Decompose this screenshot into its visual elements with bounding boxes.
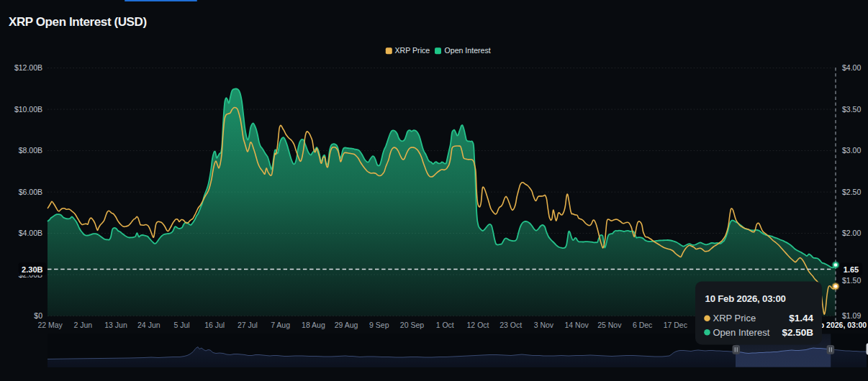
svg-text:$0: $0 [34, 311, 42, 320]
svg-text:27 Jul: 27 Jul [238, 321, 258, 329]
svg-text:$2.00: $2.00 [842, 229, 861, 237]
svg-text:1 Oct: 1 Oct [436, 321, 454, 329]
svg-text:23 Oct: 23 Oct [499, 321, 522, 329]
svg-text:$10.00B: $10.00B [14, 105, 42, 114]
svg-text:2.30B: 2.30B [22, 265, 42, 274]
svg-text:1.65: 1.65 [844, 265, 859, 274]
svg-text:10 Feb 2026, 03:00: 10 Feb 2026, 03:00 [705, 293, 786, 304]
svg-text:29 Aug: 29 Aug [335, 321, 358, 329]
svg-text:$12.00B: $12.00B [14, 63, 42, 72]
svg-text:22 May: 22 May [37, 321, 63, 329]
svg-text:13 Jun: 13 Jun [104, 321, 127, 329]
svg-text:XRP Price: XRP Price [713, 313, 756, 323]
svg-text:5 Jul: 5 Jul [173, 321, 189, 329]
svg-text:$2.50B: $2.50B [782, 327, 813, 338]
svg-text:$3.50: $3.50 [842, 105, 861, 114]
svg-text:$8.00B: $8.00B [19, 146, 42, 155]
svg-text:XRP Price: XRP Price [395, 46, 430, 55]
svg-text:9 Sep: 9 Sep [369, 321, 389, 329]
svg-text:Open Interest: Open Interest [713, 327, 770, 338]
svg-text:16 Jul: 16 Jul [204, 321, 225, 329]
svg-text:$3.00: $3.00 [842, 146, 861, 155]
svg-text:20 Sep: 20 Sep [400, 321, 424, 329]
svg-text:XRP Open Interest (USD): XRP Open Interest (USD) [9, 15, 147, 29]
svg-text:Open Interest: Open Interest [445, 46, 491, 55]
svg-text:$2.50: $2.50 [842, 188, 861, 196]
svg-text:18 Aug: 18 Aug [302, 321, 325, 329]
svg-text:12 Oct: 12 Oct [467, 321, 489, 329]
svg-text:$4.00: $4.00 [842, 63, 861, 72]
svg-text:3 Nov: 3 Nov [534, 321, 554, 329]
svg-text:$4.00B: $4.00B [19, 229, 42, 237]
svg-text:2 Jun: 2 Jun [73, 321, 92, 329]
svg-text:17 Dec: 17 Dec [664, 321, 687, 329]
svg-text:$1.44: $1.44 [789, 313, 813, 323]
svg-text:6 Dec: 6 Dec [633, 321, 652, 329]
svg-text:7 Aug: 7 Aug [271, 321, 290, 329]
svg-text:25 Nov: 25 Nov [597, 321, 622, 329]
svg-text:24 Jun: 24 Jun [137, 321, 161, 329]
svg-text:$6.00B: $6.00B [19, 188, 42, 196]
svg-text:14 Nov: 14 Nov [564, 321, 589, 329]
svg-text:$1.09: $1.09 [842, 311, 861, 320]
svg-text:$1.50: $1.50 [842, 276, 861, 285]
